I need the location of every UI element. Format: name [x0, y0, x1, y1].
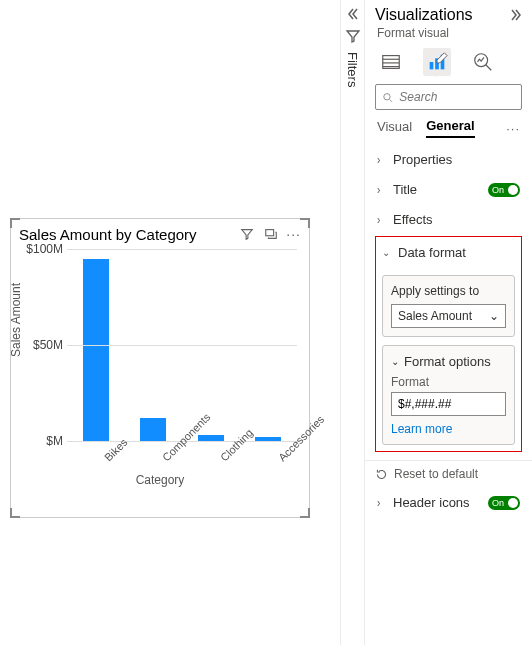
chevron-right-icon [377, 154, 387, 165]
chevron-down-icon [489, 309, 499, 323]
y-tick-label: $50M [21, 338, 63, 352]
report-canvas[interactable]: Sales Amount by Category ··· Sales Amoun… [0, 0, 340, 645]
chevron-down-icon [382, 247, 392, 258]
learn-more-link[interactable]: Learn more [391, 422, 452, 436]
section-data-format-label: Data format [398, 245, 511, 260]
build-visual-icon[interactable] [377, 48, 405, 76]
filters-rail-label[interactable]: Filters [345, 52, 360, 87]
format-field-label: Format [391, 375, 506, 389]
section-properties[interactable]: Properties [373, 144, 524, 174]
selection-handle-bl[interactable] [10, 508, 20, 518]
selection-handle-tr[interactable] [300, 218, 310, 228]
expand-pane-icon[interactable] [508, 7, 524, 23]
visual-frame[interactable]: Sales Amount by Category ··· Sales Amoun… [10, 218, 310, 518]
apply-settings-label: Apply settings to [391, 284, 506, 298]
filters-icon[interactable] [345, 28, 361, 44]
analytics-icon[interactable] [469, 48, 497, 76]
format-options-label: Format options [404, 354, 491, 369]
tabs-overflow-icon[interactable]: ··· [506, 121, 520, 136]
selection-handle-tl[interactable] [10, 218, 20, 228]
search-box[interactable] [375, 84, 522, 110]
section-data-format[interactable]: Data format [382, 237, 515, 267]
visualizations-pane: Visualizations Format visual Visual Gene… [364, 0, 532, 645]
svg-point-10 [384, 93, 390, 99]
more-options-icon[interactable]: ··· [286, 226, 301, 242]
filters-rail: Filters [340, 0, 364, 645]
chevron-down-icon [391, 356, 399, 367]
data-format-highlight: Data format Apply settings to Sales Amou… [375, 236, 522, 452]
format-visual-icon[interactable] [423, 48, 451, 76]
pane-title: Visualizations [375, 6, 508, 24]
y-tick-label: $M [21, 434, 63, 448]
focus-mode-icon[interactable] [262, 225, 280, 243]
chevron-right-icon [377, 184, 387, 195]
section-effects[interactable]: Effects [373, 204, 524, 234]
selection-handle-br[interactable] [300, 508, 310, 518]
collapse-filters-icon[interactable] [345, 6, 361, 22]
search-input[interactable] [399, 90, 515, 104]
chevron-right-icon [377, 497, 387, 508]
format-tabs: Visual General ··· [365, 116, 532, 142]
bar[interactable] [140, 418, 166, 441]
format-options-header[interactable]: Format options [391, 354, 506, 369]
svg-line-9 [486, 65, 492, 71]
chart-title: Sales Amount by Category [19, 226, 232, 243]
tab-visual[interactable]: Visual [377, 119, 412, 137]
section-title-label: Title [393, 182, 488, 197]
apply-settings-card: Apply settings to Sales Amount [382, 275, 515, 337]
y-tick-label: $100M [21, 242, 63, 256]
chart-body: Sales Amount $100M$50M$M Category BikesC… [19, 249, 301, 485]
pane-subtitle: Format visual [365, 26, 532, 44]
grid-line [67, 345, 297, 346]
section-properties-label: Properties [393, 152, 520, 167]
grid-line [67, 249, 297, 250]
svg-rect-5 [430, 62, 434, 69]
bar[interactable] [83, 259, 109, 441]
x-axis-title: Category [19, 473, 301, 487]
chevron-right-icon [377, 214, 387, 225]
apply-settings-select[interactable]: Sales Amount [391, 304, 506, 328]
section-header-icons-label: Header icons [393, 495, 488, 510]
format-mode-bar [365, 44, 532, 84]
format-options-card: Format options Format Learn more [382, 345, 515, 445]
reset-icon [375, 468, 388, 481]
section-title[interactable]: Title On [373, 174, 524, 204]
header-icons-toggle[interactable]: On [488, 496, 520, 510]
tab-general[interactable]: General [426, 118, 474, 138]
svg-line-11 [390, 99, 392, 101]
plot-area: $100M$50M$M [67, 249, 297, 441]
apply-settings-value: Sales Amount [398, 309, 472, 323]
format-string-input[interactable] [391, 392, 506, 416]
title-toggle[interactable]: On [488, 183, 520, 197]
svg-rect-0 [266, 230, 274, 236]
reset-label: Reset to default [394, 467, 478, 481]
section-header-icons[interactable]: Header icons On [373, 487, 524, 517]
filter-icon[interactable] [238, 225, 256, 243]
search-icon [382, 91, 393, 104]
reset-to-default[interactable]: Reset to default [365, 460, 532, 487]
section-effects-label: Effects [393, 212, 520, 227]
